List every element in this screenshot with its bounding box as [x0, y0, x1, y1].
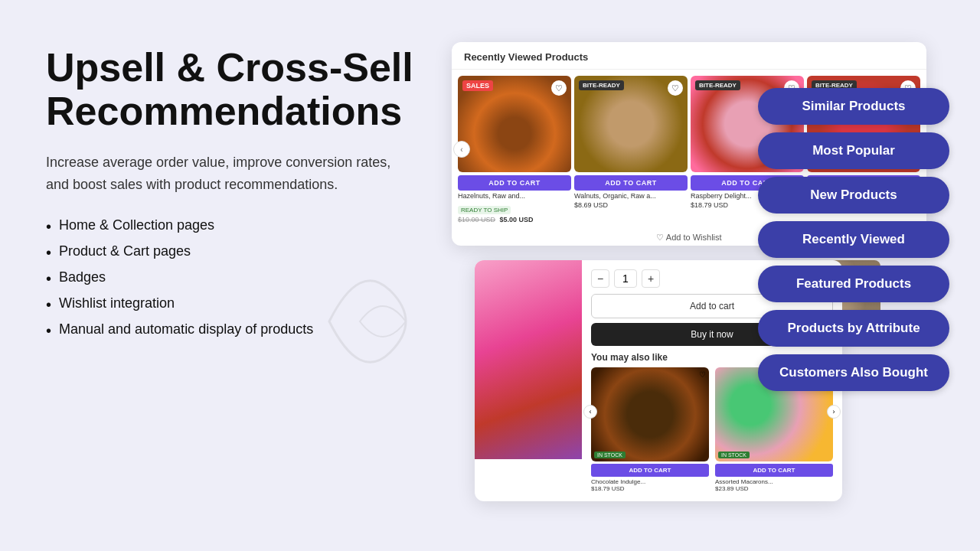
products-by-attribute-pill[interactable]: Products by Attribute	[758, 310, 949, 347]
product-name-1: Hazelnuts, Raw and...	[458, 192, 571, 200]
product-item-1: SALES ♡ ADD TO CART Hazelnuts, Raw and..…	[458, 76, 571, 223]
mini-name-2: Assorted Macarons...	[715, 478, 833, 485]
mini-price-2: $23.89 USD	[715, 485, 833, 492]
recently-viewed-pill[interactable]: Recently Viewed	[758, 221, 949, 258]
detail-product-image	[475, 260, 582, 459]
mini-heart-1[interactable]: ♡	[699, 370, 706, 379]
product-image-nuts1: SALES ♡	[458, 76, 571, 172]
price-3: $18.79 USD	[691, 201, 728, 209]
recently-viewed-header: Recently Viewed Products	[452, 42, 926, 70]
heading-line2: Recommendations	[46, 89, 402, 133]
wishlist-heart-1[interactable]: ♡	[551, 80, 567, 96]
bite-ready-badge-3: BITE-READY	[695, 80, 740, 90]
price-original-1: $10.00 USD	[458, 216, 495, 223]
main-heading: Upsell & Cross-Sell Recommendations	[46, 46, 444, 133]
quantity-value: 1	[614, 269, 637, 288]
new-products-pill[interactable]: New Products	[758, 177, 949, 214]
product-item-2: BITE-READY ♡ ADD TO CART Walnuts, Organi…	[574, 76, 688, 223]
most-popular-pill[interactable]: Most Popular	[758, 132, 949, 169]
add-to-cart-btn-2[interactable]: ADD TO CART	[574, 175, 688, 191]
in-stock-badge-1: IN STOCK	[594, 452, 626, 458]
mini-product-1: IN STOCK ♡ ADD TO CART Chocolate Indulge…	[591, 367, 709, 492]
product-image-nuts2: BITE-READY ♡	[574, 76, 688, 172]
price-sale-1: $5.00 USD	[500, 216, 534, 223]
mini-add-btn-1[interactable]: ADD TO CART	[591, 464, 709, 477]
price-2: $8.69 USD	[574, 201, 608, 209]
wishlist-heart-2[interactable]: ♡	[668, 80, 683, 96]
bullet-item-1: Home & Collection pages	[46, 217, 444, 236]
ready-to-ship-1: READY TO SHIP	[458, 206, 511, 214]
in-stock-badge-2: IN STOCK	[718, 452, 750, 458]
mini-name-1: Chocolate Indulge...	[591, 478, 709, 485]
mini-add-btn-2[interactable]: ADD TO CART	[715, 464, 833, 477]
heading-line1: Upsell & Cross-Sell	[46, 45, 413, 90]
add-to-cart-btn-1[interactable]: ADD TO CART	[458, 175, 571, 191]
pills-container: Similar Products Most Popular New Produc…	[758, 88, 949, 391]
featured-products-pill[interactable]: Featured Products	[758, 266, 949, 302]
price-line-2: $8.69 USD	[574, 201, 688, 209]
customers-also-bought-pill[interactable]: Customers Also Bought	[758, 354, 949, 391]
sales-badge: SALES	[462, 80, 493, 91]
right-section: Recently Viewed Products ‹ SALES ♡ ADD T…	[452, 42, 942, 540]
price-line-1: $10.00 USD $5.00 USD	[458, 216, 571, 223]
mini-carousel-left[interactable]: ‹	[583, 405, 597, 419]
similar-products-pill[interactable]: Similar Products	[758, 88, 949, 125]
qty-decrease-button[interactable]: −	[591, 269, 609, 288]
deco-shape	[322, 253, 459, 390]
carousel-arrow-left[interactable]: ‹	[453, 141, 470, 158]
mini-image-choc: IN STOCK ♡	[591, 367, 709, 461]
bite-ready-badge-2: BITE-READY	[579, 80, 624, 90]
sub-text: Increase average order value, improve co…	[46, 152, 398, 196]
product-name-2: Walnuts, Organic, Raw a...	[574, 192, 688, 200]
mini-price-1: $18.79 USD	[591, 485, 709, 492]
mini-carousel-right[interactable]: ›	[827, 405, 841, 419]
qty-increase-button[interactable]: +	[642, 269, 660, 288]
